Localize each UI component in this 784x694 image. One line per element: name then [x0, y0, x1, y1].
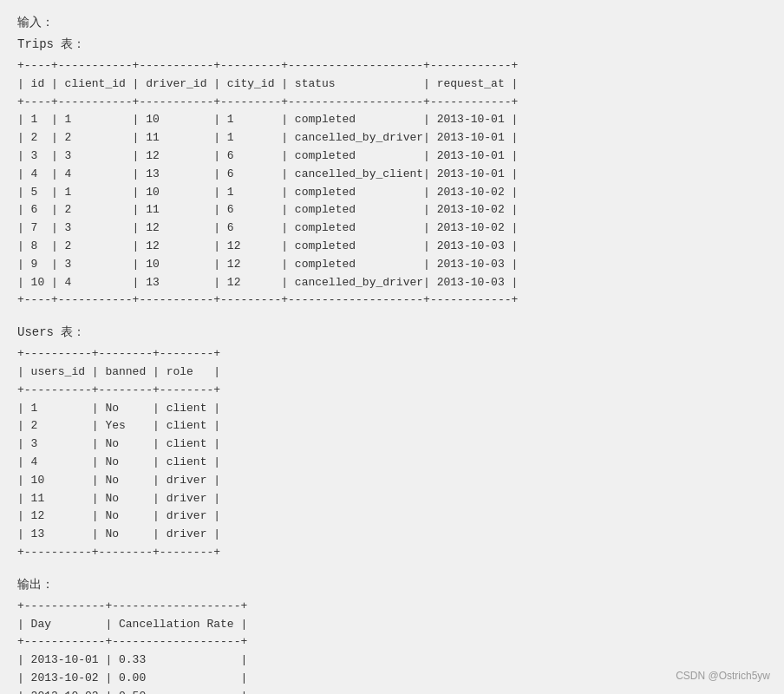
output-table: +------------+-------------------+ | Day… [17, 598, 767, 694]
trips-table-label: Trips 表： [17, 36, 767, 54]
users-table-label: Users 表： [17, 324, 767, 342]
output-section-label: 输出： [17, 576, 767, 594]
input-section-label: 输入： [17, 14, 767, 32]
users-table: +----------+--------+--------+ | users_i… [17, 345, 767, 562]
watermark: CSDN @Ostrich5yw [676, 668, 770, 684]
trips-table: +----+-----------+-----------+---------+… [17, 57, 767, 310]
